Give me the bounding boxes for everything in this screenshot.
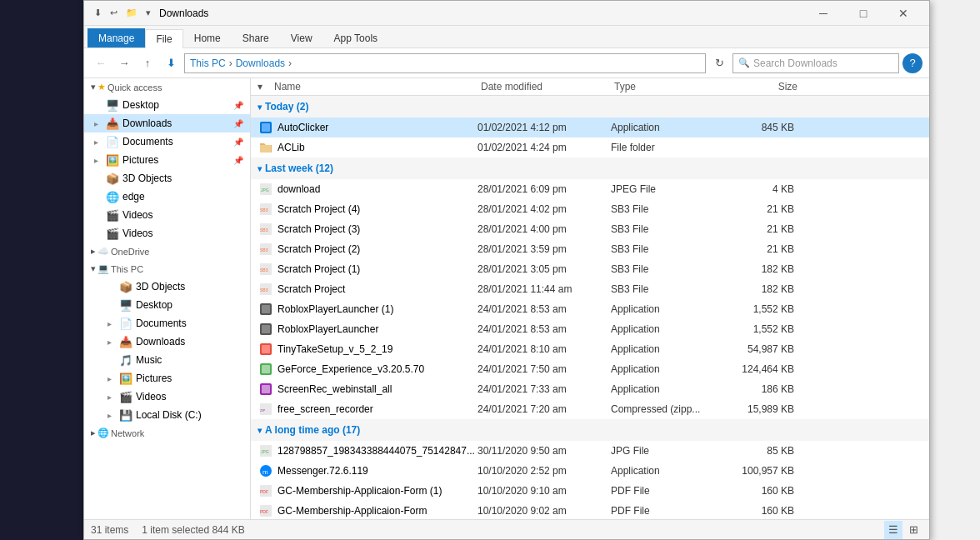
sidebar-item-3dobjects-pc[interactable]: 📦 3D Objects — [84, 278, 250, 296]
ribbon: Manage File Home Share View App Tools — [84, 26, 929, 48]
svg-text:PDF: PDF — [260, 489, 268, 494]
download-date: 28/01/2021 6:09 pm — [478, 183, 611, 195]
file-row-aclib[interactable]: ACLib 01/02/2021 4:24 pm File folder — [251, 138, 929, 158]
section-lastweek[interactable]: ▾ Last week (12) — [251, 158, 929, 179]
title-bar-left: ⬇ ↩ 📁 ▾ Downloads — [91, 6, 208, 20]
file-row-gcform[interactable]: PDF GC-Membership-Applicaion-Form 10/10/… — [251, 501, 929, 519]
section-longtime[interactable]: ▾ A long time ago (17) — [251, 419, 929, 441]
geforce-name: GeForce_Experience_v3.20.5.70 — [278, 363, 478, 375]
file-row-scratch[interactable]: SB3 Scratch Project 28/01/2021 11:44 am … — [251, 279, 929, 299]
address-path[interactable]: This PC › Downloads › — [184, 53, 706, 73]
tinytake-date: 24/01/2021 8:10 am — [478, 343, 611, 355]
path-sep2: › — [288, 58, 292, 69]
section-today[interactable]: ▾ Today (2) — [251, 96, 929, 118]
tab-manage[interactable]: Manage — [88, 28, 145, 48]
autoclicker-name: AutoClicker — [278, 122, 478, 133]
col-name-header[interactable]: Name — [274, 81, 481, 92]
file-list: ▾ Today (2) AutoClicker 01/02/2021 4:12 … — [251, 96, 929, 519]
sidebar-item-videos[interactable]: 🎬 Videos — [84, 206, 250, 224]
gcform1-date: 10/10/2020 9:10 am — [478, 485, 611, 497]
file-row-scratch3[interactable]: SB3 Scratch Project (3) 28/01/2021 4:00 … — [251, 219, 929, 239]
quick-access-header[interactable]: ▾ ★ Quick access — [84, 78, 250, 96]
file-row-gcform1[interactable]: PDF GC-Membership-Applicaion-Form (1) 10… — [251, 481, 929, 501]
file-row-roblox[interactable]: RobloxPlayerLauncher 24/01/2021 8:53 am … — [251, 319, 929, 339]
sidebar-item-downloads[interactable]: ▸ 📥 Downloads 📌 — [84, 114, 250, 132]
refresh-button[interactable]: ↻ — [709, 53, 729, 73]
thispc-header[interactable]: ▾ 💻 This PC — [84, 260, 250, 278]
quick-access-toolbar: ⬇ ↩ 📁 ▾ — [91, 6, 154, 20]
sidebar-item-pictures-pc[interactable]: ▸ 🖼️ Pictures — [84, 369, 250, 388]
downloads-pc-icon: 📥 — [119, 335, 132, 348]
scratch4-name: Scratch Project (4) — [278, 203, 478, 215]
file-row-download[interactable]: JPG download 28/01/2021 6:09 pm JPEG Fil… — [251, 179, 929, 199]
pin-icon: 📌 — [233, 101, 243, 110]
qa-pin-btn[interactable]: ▾ — [142, 6, 154, 20]
sidebar-item-desktop[interactable]: 🖥️ Desktop 📌 — [84, 96, 250, 114]
file-row-128798[interactable]: JPG 128798857_198343388444075_75142847..… — [251, 441, 929, 461]
sidebar-item-music-pc[interactable]: 🎵 Music — [84, 351, 250, 369]
download-icon-btn[interactable]: ⬇ — [161, 53, 181, 73]
roblox1-icon — [258, 301, 274, 318]
onedrive-header[interactable]: ▸ ☁️ OneDrive — [84, 242, 250, 260]
file-row-scratch4[interactable]: SB3 Scratch Project (4) 28/01/2021 4:02 … — [251, 199, 929, 219]
sidebar-item-pictures[interactable]: ▸ 🖼️ Pictures 📌 — [84, 151, 250, 169]
qa-undo-btn[interactable]: ↩ — [107, 6, 121, 20]
up-button[interactable]: ↑ — [138, 53, 158, 73]
file-row-scratch2[interactable]: SB3 Scratch Project (2) 28/01/2021 3:59 … — [251, 239, 929, 259]
file-row-freescreen[interactable]: ZIP free_screen_recorder 24/01/2021 7:20… — [251, 399, 929, 419]
gcform-icon: PDF — [258, 502, 274, 519]
128798-name: 128798857_198343388444075_75142847... — [278, 445, 478, 457]
roblox-size: 1,552 KB — [728, 323, 794, 335]
tab-view[interactable]: View — [280, 28, 323, 48]
file-row-scratch1[interactable]: SB3 Scratch Project (1) 28/01/2021 3:05 … — [251, 259, 929, 279]
large-icons-view-button[interactable]: ⊞ — [904, 521, 922, 539]
sidebar-item-documents-pc[interactable]: ▸ 📄 Documents — [84, 314, 250, 332]
help-button[interactable]: ? — [902, 53, 922, 73]
details-view-button[interactable]: ☰ — [884, 521, 902, 539]
expand-arrow: ▸ — [94, 156, 102, 165]
network-header[interactable]: ▸ 🌐 Network — [84, 424, 250, 442]
thispc-arrow: ▾ — [91, 263, 96, 274]
sidebar-item-documents[interactable]: ▸ 📄 Documents 📌 — [84, 132, 250, 151]
scratch-icon: SB3 — [258, 281, 274, 298]
path-thispc: This PC — [190, 58, 226, 69]
sidebar-item-videos-pc[interactable]: ▸ 🎬 Videos — [84, 388, 250, 406]
sidebar-item-edge[interactable]: 🌐 edge — [84, 188, 250, 206]
videos2-icon: 🎬 — [106, 227, 119, 240]
sidebar-item-3dobjects[interactable]: 📦 3D Objects — [84, 169, 250, 188]
file-row-geforce[interactable]: GeForce_Experience_v3.20.5.70 24/01/2021… — [251, 359, 929, 379]
tab-home[interactable]: Home — [183, 28, 232, 48]
downloads-icon: 📥 — [106, 117, 119, 130]
tab-share[interactable]: Share — [232, 28, 280, 48]
close-button[interactable]: ✕ — [884, 1, 922, 26]
scratch2-size: 21 KB — [728, 243, 794, 255]
col-size-header[interactable]: Size — [731, 81, 798, 92]
search-box[interactable]: 🔍 Search Downloads — [732, 53, 899, 73]
sidebar-item-videos2[interactable]: 🎬 Videos — [84, 224, 250, 242]
forward-button[interactable]: → — [114, 53, 134, 73]
expand-arrow: ▸ — [94, 119, 102, 128]
file-row-roblox1[interactable]: RobloxPlayerLauncher (1) 24/01/2021 8:53… — [251, 299, 929, 319]
file-row-messenger[interactable]: m Messenger.72.6.119 10/10/2020 2:52 pm … — [251, 461, 929, 481]
tab-file[interactable]: File — [145, 29, 182, 48]
128798-size: 85 KB — [728, 445, 794, 457]
file-row-screenrec[interactable]: ScreenRec_webinstall_all 24/01/2021 7:33… — [251, 379, 929, 399]
minimize-button[interactable]: ─ — [804, 1, 842, 26]
file-row-tinytake[interactable]: TinyTakeSetup_v_5_2_19 24/01/2021 8:10 a… — [251, 339, 929, 359]
qa-folder-btn[interactable]: 📁 — [122, 6, 141, 20]
col-type-header[interactable]: Type — [614, 81, 731, 92]
back-button[interactable]: ← — [91, 53, 111, 73]
title-bar-controls: ─ □ ✕ — [804, 1, 922, 26]
sidebar-item-downloads-pc[interactable]: ▸ 📥 Downloads — [84, 332, 250, 351]
qa-back-btn[interactable]: ⬇ — [91, 6, 105, 20]
sidebar-item-localdisk[interactable]: ▸ 💾 Local Disk (C:) — [84, 406, 250, 424]
sidebar-item-desktop-pc[interactable]: 🖥️ Desktop — [84, 296, 250, 314]
scratch2-type: SB3 File — [611, 243, 728, 255]
svg-rect-19 — [262, 345, 270, 353]
file-row-autoclicker[interactable]: AutoClicker 01/02/2021 4:12 pm Applicati… — [251, 118, 929, 138]
scratch4-date: 28/01/2021 4:02 pm — [478, 203, 611, 215]
maximize-button[interactable]: □ — [844, 1, 882, 26]
scratch4-type: SB3 File — [611, 203, 728, 215]
col-date-header[interactable]: Date modified — [481, 81, 614, 92]
tab-apptools[interactable]: App Tools — [323, 28, 388, 48]
